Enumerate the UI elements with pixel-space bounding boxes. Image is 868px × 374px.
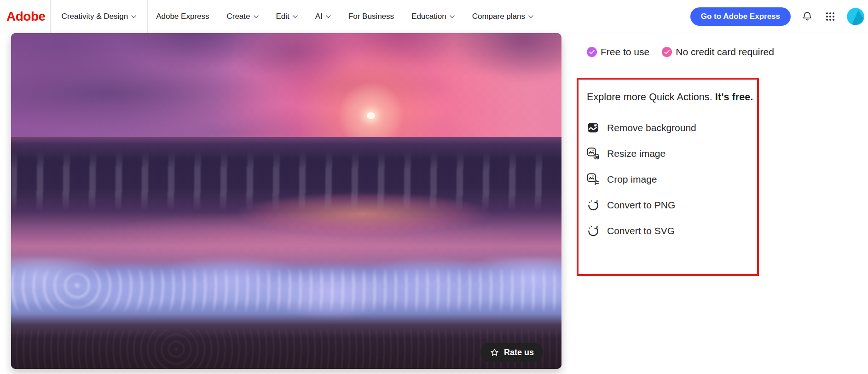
action-label: Resize image xyxy=(607,148,665,159)
chevron-down-icon xyxy=(326,15,331,18)
main-content: Rate us Free to use No credit card requi… xyxy=(0,33,868,369)
avatar[interactable] xyxy=(847,8,864,25)
nav-label: Edit xyxy=(276,12,289,21)
wave-spray-decoration xyxy=(11,267,561,313)
panel-title-regular: Explore more Quick Actions. xyxy=(587,92,712,103)
action-label: Remove background xyxy=(607,122,696,133)
badge-free-to-use: Free to use xyxy=(587,46,649,58)
top-navigation-bar: Adobe Creativity & Design Adobe Express … xyxy=(0,0,868,33)
nav-label: Education xyxy=(411,12,446,21)
action-resize-image[interactable]: Resize image xyxy=(587,147,752,160)
nav-item-ai[interactable]: AI xyxy=(315,12,331,21)
chevron-down-icon xyxy=(528,15,533,18)
check-circle-icon xyxy=(662,47,672,57)
chevron-down-icon xyxy=(131,15,136,18)
sun-glow-decoration xyxy=(11,33,561,137)
avatar-image xyxy=(847,8,864,25)
sky-decoration xyxy=(11,33,561,137)
rate-us-button[interactable]: Rate us xyxy=(480,343,543,362)
nav-item-education[interactable]: Education xyxy=(411,12,455,21)
apps-grid-icon xyxy=(825,11,836,22)
nav-label: Compare plans xyxy=(472,12,525,21)
benefit-badges: Free to use No credit card required xyxy=(587,46,761,58)
crop-image-icon xyxy=(587,173,599,185)
quick-actions-panel: Explore more Quick Actions. It's free. R… xyxy=(577,78,759,276)
nav-label: Creativity & Design xyxy=(62,12,128,21)
resize-image-icon xyxy=(587,147,599,160)
badge-no-credit-card: No credit card required xyxy=(662,46,774,58)
action-label: Convert to PNG xyxy=(607,200,675,211)
quick-actions-list: Remove background Resize image xyxy=(587,121,752,237)
action-crop-image[interactable]: Crop image xyxy=(587,173,752,185)
preview-image-sunset-ocean: Rate us xyxy=(11,33,561,369)
panel-title-bold: It's free. xyxy=(715,92,753,103)
primary-nav: Adobe Express Create Edit AI For Busines… xyxy=(156,12,533,21)
divider xyxy=(50,0,51,33)
action-convert-to-png[interactable]: Convert to PNG xyxy=(587,199,752,211)
chevron-down-icon xyxy=(293,15,298,18)
badge-label: No credit card required xyxy=(676,46,774,58)
action-remove-background[interactable]: Remove background xyxy=(587,121,752,134)
divider xyxy=(147,0,148,33)
convert-to-png-icon xyxy=(587,199,599,211)
chevron-down-icon xyxy=(450,15,455,18)
nav-item-adobe-express[interactable]: Adobe Express xyxy=(156,12,209,21)
notifications-bell-button[interactable] xyxy=(801,10,814,23)
action-label: Crop image xyxy=(607,174,657,185)
nav-item-for-business[interactable]: For Business xyxy=(348,12,394,21)
check-circle-icon xyxy=(587,47,597,57)
apps-grid-button[interactable] xyxy=(824,10,837,23)
nav-label: Adobe Express xyxy=(156,12,209,21)
nav-label: AI xyxy=(315,12,323,21)
chevron-down-icon xyxy=(254,15,259,18)
nav-item-create[interactable]: Create xyxy=(226,12,258,21)
nav-label: Create xyxy=(226,12,250,21)
convert-to-svg-icon xyxy=(587,224,599,237)
go-to-adobe-express-button[interactable]: Go to Adobe Express xyxy=(690,7,791,26)
action-label: Convert to SVG xyxy=(607,225,675,236)
nav-item-creativity-design[interactable]: Creativity & Design xyxy=(62,12,137,21)
bell-icon xyxy=(801,11,813,23)
panel-title: Explore more Quick Actions. It's free. xyxy=(587,92,752,103)
wave-caps-decoration xyxy=(11,151,561,212)
action-convert-to-svg[interactable]: Convert to SVG xyxy=(587,224,752,237)
ocean-decoration xyxy=(11,137,561,369)
rate-us-label: Rate us xyxy=(504,348,534,357)
remove-background-icon xyxy=(587,121,599,134)
adobe-logo[interactable]: Adobe xyxy=(6,9,46,24)
right-column: Free to use No credit card required Expl… xyxy=(577,33,761,276)
badge-label: Free to use xyxy=(601,46,649,58)
star-icon xyxy=(490,348,499,357)
nav-item-compare-plans[interactable]: Compare plans xyxy=(472,12,533,21)
nav-label: For Business xyxy=(348,12,394,21)
sand-decoration xyxy=(11,329,561,369)
nav-item-edit[interactable]: Edit xyxy=(276,12,298,21)
header-actions: Go to Adobe Express xyxy=(690,7,865,26)
